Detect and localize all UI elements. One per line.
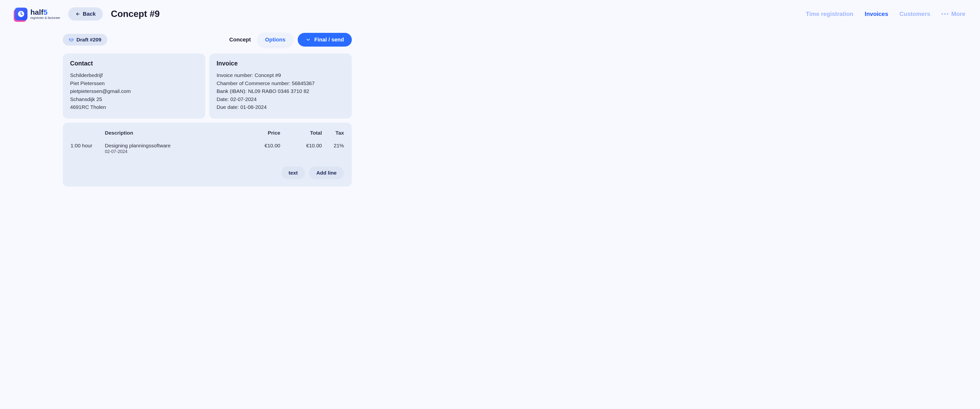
contact-name: Piet Pieterssen bbox=[70, 80, 198, 88]
dots-icon bbox=[942, 13, 948, 15]
nav-invoices[interactable]: Invoices bbox=[865, 11, 888, 18]
nav-more[interactable]: More bbox=[942, 11, 965, 18]
item-price: €10.00 bbox=[241, 143, 280, 149]
contact-city: 4691RC Tholen bbox=[70, 103, 198, 111]
invoice-due: Due date: 01-08-2024 bbox=[216, 103, 344, 111]
invoice-date: Date: 02-07-2024 bbox=[216, 95, 344, 104]
item-description: Designing planningssoftware 02-07-2024 bbox=[105, 143, 239, 154]
clock-icon bbox=[18, 10, 25, 18]
invoice-card: Invoice Invoice number: Concept #9 Chamb… bbox=[209, 53, 352, 119]
back-button[interactable]: Back bbox=[68, 7, 103, 21]
contact-email: pietpieterssen@gmail.com bbox=[70, 87, 198, 95]
contact-card: Contact Schilderbedrijf Piet Pieterssen … bbox=[63, 53, 205, 119]
line-items-card: Description Price Total Tax 1:00 hour De… bbox=[63, 123, 352, 187]
contact-street: Schansdijk 25 bbox=[70, 95, 198, 104]
nav-customers[interactable]: Customers bbox=[899, 11, 930, 18]
arrow-left-icon bbox=[75, 11, 80, 16]
text-button[interactable]: text bbox=[281, 166, 305, 179]
add-line-button[interactable]: Add line bbox=[309, 166, 344, 179]
invoice-number: Invoice number: Concept #9 bbox=[216, 71, 344, 80]
final-send-button[interactable]: Final / send bbox=[298, 33, 352, 46]
header: half5 registreer & factureer Back Concep… bbox=[15, 7, 965, 21]
options-button[interactable]: Options bbox=[258, 33, 293, 46]
logo-mark bbox=[15, 8, 27, 20]
page-title: Concept #9 bbox=[111, 9, 159, 19]
invoice-coc: Chamber of Commerce number: 56845367 bbox=[216, 80, 344, 88]
cup-icon bbox=[68, 37, 74, 42]
item-qty: 1:00 hour bbox=[70, 143, 102, 149]
nav-time-registration[interactable]: Time registration bbox=[806, 11, 853, 18]
item-tax: 21% bbox=[325, 143, 344, 149]
logo[interactable]: half5 registreer & factureer bbox=[15, 8, 60, 20]
item-total: €10.00 bbox=[283, 143, 322, 149]
action-row: Draft #209 Concept Options Final / send bbox=[63, 33, 352, 46]
table-row[interactable]: 1:00 hour Designing planningssoftware 02… bbox=[68, 143, 347, 154]
invoice-heading: Invoice bbox=[216, 60, 344, 67]
chevron-down-icon bbox=[305, 37, 311, 42]
col-tax: Tax bbox=[325, 130, 344, 136]
contact-heading: Contact bbox=[70, 60, 198, 67]
invoice-bank: Bank (IBAN): NL09 RABO 0346 3710 82 bbox=[216, 87, 344, 95]
contact-company: Schilderbedrijf bbox=[70, 71, 198, 80]
col-price: Price bbox=[241, 130, 280, 136]
draft-chip[interactable]: Draft #209 bbox=[63, 34, 107, 46]
items-header: Description Price Total Tax bbox=[68, 130, 347, 136]
brand-name: half5 bbox=[30, 9, 60, 16]
main-nav: Time registration Invoices Customers Mor… bbox=[806, 11, 965, 18]
concept-label: Concept bbox=[229, 37, 251, 43]
col-description: Description bbox=[105, 130, 239, 136]
brand-tagline: registreer & factureer bbox=[30, 16, 60, 20]
col-total: Total bbox=[283, 130, 322, 136]
